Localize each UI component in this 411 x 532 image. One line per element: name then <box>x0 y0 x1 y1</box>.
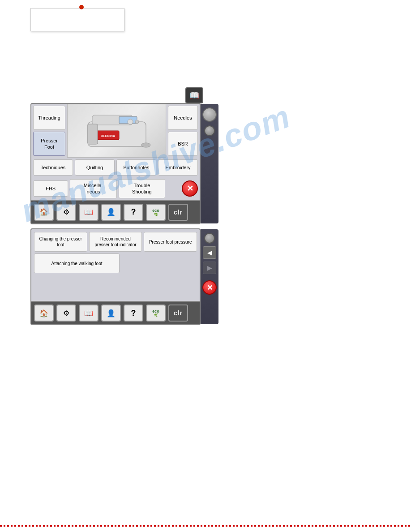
user-button-p2[interactable]: 👤 <box>101 305 121 322</box>
needles-button[interactable]: Needles <box>168 106 198 130</box>
eco-button-p2[interactable]: eco 🌿 <box>146 305 166 322</box>
presser-foot-pressure-button[interactable]: Presser foot pressure <box>144 232 197 252</box>
book-button-p1[interactable]: 📖 <box>79 204 98 221</box>
panel2-toolbar: 🏠 ⚙ 📖 👤 ? eco 🌿 clr <box>31 301 200 324</box>
clr-button-p1[interactable]: clr <box>168 204 188 221</box>
svg-point-8 <box>135 120 139 124</box>
note-pin <box>79 5 84 9</box>
home-button-p2[interactable]: 🏠 <box>34 305 54 322</box>
quilting-button[interactable]: Quilting <box>75 159 115 176</box>
home-button-p1[interactable]: 🏠 <box>34 204 54 221</box>
svg-rect-5 <box>88 124 98 144</box>
settings-button-p2[interactable]: ⚙ <box>56 305 76 322</box>
threading-button[interactable]: Threading <box>33 106 65 130</box>
settings-button-p1[interactable]: ⚙ <box>56 204 76 221</box>
svg-point-6 <box>141 143 150 147</box>
svg-text:BERNINA: BERNINA <box>101 134 115 137</box>
help-button-p1[interactable]: ? <box>124 204 143 221</box>
dial-knob[interactable] <box>202 107 217 122</box>
submenu-row-1: Changing the presser foot Recommended pr… <box>34 232 197 252</box>
book-icon-button[interactable]: 📖 <box>185 87 203 103</box>
panel1-toolbar: 🏠 ⚙ 📖 👤 ? eco 🌿 clr <box>31 200 200 223</box>
troubleshooting-button[interactable]: TroubleShooting <box>119 179 165 198</box>
attaching-walking-foot-button[interactable]: Attaching the walking foot <box>34 253 120 273</box>
svg-point-7 <box>128 119 133 124</box>
fhs-button[interactable]: FHS <box>33 180 68 197</box>
help-button-p2[interactable]: ? <box>124 305 143 322</box>
eco-button-p1[interactable]: eco 🌿 <box>146 204 166 221</box>
dial-knob-small[interactable] <box>204 125 215 136</box>
buttonholes-button[interactable]: Buttonholes <box>116 159 156 176</box>
close-button-panel1[interactable]: ✕ <box>182 180 198 197</box>
book-button-p2[interactable]: 📖 <box>79 305 98 322</box>
recommended-presser-foot-button[interactable]: Recommended presser foot indicator <box>89 232 142 252</box>
miscellaneous-button[interactable]: Miscella-neous <box>70 179 116 198</box>
panel2: Changing the presser foot Recommended pr… <box>30 228 201 325</box>
note-card <box>30 8 124 31</box>
bottom-decorative-line <box>0 525 411 527</box>
panel1-sidebar <box>201 104 218 223</box>
embroidery-button[interactable]: Embroidery <box>158 159 198 176</box>
machine-image: BERNINA <box>83 108 150 153</box>
submenu-row-2: Attaching the walking foot <box>34 253 197 273</box>
forward-arrow-button[interactable]: ▶ <box>203 262 216 274</box>
changing-presser-foot-button[interactable]: Changing the presser foot <box>34 232 87 252</box>
panel1: Threading PresserFoot <box>30 103 201 224</box>
presser-foot-button[interactable]: PresserFoot <box>33 132 65 156</box>
panel2-sidebar: ◀ ▶ ✕ <box>201 229 218 324</box>
back-arrow-button[interactable]: ◀ <box>203 246 216 259</box>
bsr-button[interactable]: BSR <box>168 132 198 156</box>
techniques-button[interactable]: Techniques <box>33 159 73 176</box>
close-button-panel2[interactable]: ✕ <box>202 280 217 295</box>
dial-knob-p2[interactable] <box>204 233 215 244</box>
user-button-p1[interactable]: 👤 <box>101 204 121 221</box>
clr-button-p2[interactable]: clr <box>168 305 188 322</box>
